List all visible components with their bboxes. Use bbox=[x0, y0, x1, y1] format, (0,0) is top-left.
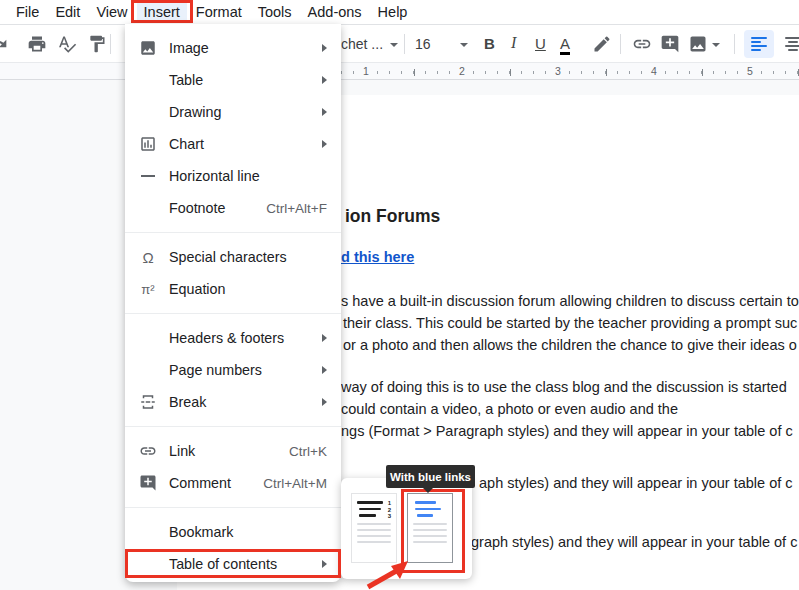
menu-item-label: Headers & footers bbox=[169, 330, 314, 346]
pi-icon: π² bbox=[138, 279, 158, 299]
page-break-icon bbox=[138, 392, 158, 412]
document-text-line: could contain a video, a photo or even a… bbox=[341, 401, 678, 417]
icon-spacer bbox=[138, 328, 158, 348]
menu-item-label: Break bbox=[169, 394, 314, 410]
icon-spacer bbox=[138, 522, 158, 542]
menu-help[interactable]: Help bbox=[371, 2, 415, 22]
align-center-icon bbox=[785, 37, 799, 51]
document-text-line: aph styles) and they will appear in your… bbox=[479, 475, 793, 491]
document-text-line: s have a built-in discussion forum allow… bbox=[341, 293, 799, 309]
text-color-button[interactable]: A bbox=[560, 36, 570, 55]
document-heading: ion Forums bbox=[345, 206, 440, 227]
italic-button[interactable]: I bbox=[511, 34, 516, 52]
insert-menu-item-special-characters[interactable]: Ω Special characters bbox=[125, 241, 341, 273]
menu-addons[interactable]: Add-ons bbox=[301, 2, 369, 22]
insert-menu-item-image[interactable]: Image bbox=[125, 32, 341, 64]
submenu-arrow-icon bbox=[322, 366, 327, 374]
menu-item-label: Bookmark bbox=[169, 524, 327, 540]
insert-menu-item-chart[interactable]: Chart bbox=[125, 128, 341, 160]
icon-spacer bbox=[138, 70, 158, 90]
ruler-number: 5 bbox=[743, 65, 757, 77]
insert-menu-item-horizontal-line[interactable]: Horizontal line bbox=[125, 160, 341, 192]
tooltip-with-blue-links: With blue links bbox=[386, 465, 475, 488]
menu-file[interactable]: File bbox=[9, 2, 46, 22]
ruler-mid-ticks bbox=[414, 69, 799, 76]
menu-insert-label: Insert bbox=[144, 4, 180, 20]
redo-icon[interactable] bbox=[0, 34, 8, 54]
document-text-line: graph styles) and they will appear in yo… bbox=[471, 534, 797, 550]
ruler-number: 4 bbox=[647, 65, 661, 77]
toc-option-with-page-numbers[interactable]: 123 bbox=[351, 493, 397, 563]
insert-menu-item-footnote[interactable]: Footnote Ctrl+Alt+F bbox=[125, 192, 341, 224]
align-left-button[interactable] bbox=[744, 30, 774, 58]
toc-page-numbers-glyph: 123 bbox=[388, 500, 391, 520]
document-text-line: ngs (Format > Paragraph styles) and they… bbox=[341, 423, 793, 439]
menu-item-label: Horizontal line bbox=[169, 168, 327, 184]
image-icon bbox=[138, 38, 158, 58]
submenu-arrow-icon bbox=[322, 398, 327, 406]
menu-item-label: Footnote bbox=[169, 200, 266, 216]
insert-menu-item-table[interactable]: Table bbox=[125, 64, 341, 96]
insert-menu-item-break[interactable]: Break bbox=[125, 386, 341, 418]
highlight-color-icon[interactable] bbox=[592, 34, 612, 54]
tooltip-caret bbox=[423, 488, 433, 493]
insert-link-icon[interactable] bbox=[632, 34, 652, 54]
annotation-arrow bbox=[362, 558, 414, 590]
font-family-select[interactable]: chet ... bbox=[341, 36, 391, 52]
insert-menu-item-bookmark[interactable]: Bookmark bbox=[125, 516, 341, 548]
insert-menu-item-table-of-contents[interactable]: Table of contents bbox=[125, 548, 341, 580]
insert-menu-item-equation[interactable]: π² Equation bbox=[125, 273, 341, 305]
insert-comment-icon[interactable] bbox=[660, 34, 680, 54]
insert-menu-item-comment[interactable]: Comment Ctrl+Alt+M bbox=[125, 467, 341, 499]
omega-icon: Ω bbox=[138, 247, 158, 267]
document-hyperlink[interactable]: d this here bbox=[341, 249, 414, 265]
submenu-arrow-icon bbox=[322, 334, 327, 342]
icon-spacer bbox=[138, 360, 158, 380]
ruler-number: 2 bbox=[455, 65, 469, 77]
menu-item-label: Comment bbox=[169, 475, 263, 491]
insert-menu-item-drawing[interactable]: Drawing bbox=[125, 96, 341, 128]
paint-format-icon[interactable] bbox=[87, 34, 107, 54]
icon-spacer bbox=[138, 198, 158, 218]
insert-image-icon[interactable] bbox=[688, 34, 708, 54]
menu-divider bbox=[125, 232, 341, 233]
horizontal-ruler: 1 2 3 4 5 bbox=[0, 62, 799, 80]
menu-item-shortcut: Ctrl+Alt+F bbox=[266, 201, 327, 216]
menu-view[interactable]: View bbox=[89, 2, 134, 22]
bold-button[interactable]: B bbox=[484, 35, 495, 52]
submenu-arrow-icon bbox=[322, 76, 327, 84]
menu-item-shortcut: Ctrl+Alt+M bbox=[263, 476, 327, 491]
insert-menu-item-link[interactable]: Link Ctrl+K bbox=[125, 435, 341, 467]
toolbar-divider bbox=[404, 34, 405, 54]
menu-insert[interactable]: Insert bbox=[137, 2, 187, 22]
icon-spacer bbox=[138, 102, 158, 122]
toolbar-divider bbox=[620, 34, 621, 54]
menu-divider bbox=[125, 313, 341, 314]
menu-item-label: Table bbox=[169, 72, 314, 88]
google-docs-window: { "menubar": { "items": ["File", "Edit",… bbox=[0, 0, 799, 590]
insert-image-dropdown-arrow[interactable] bbox=[712, 43, 720, 47]
menu-item-label: Drawing bbox=[169, 104, 314, 120]
toc-option-with-blue-links[interactable] bbox=[407, 493, 453, 563]
menu-divider bbox=[125, 426, 341, 427]
document-text-line: their class. This could be started by th… bbox=[343, 315, 797, 331]
font-size-dropdown-arrow[interactable] bbox=[460, 43, 468, 47]
menu-format[interactable]: Format bbox=[189, 2, 249, 22]
font-size-select[interactable]: 16 bbox=[415, 36, 431, 52]
spellcheck-icon[interactable] bbox=[57, 34, 77, 54]
font-family-dropdown-arrow[interactable] bbox=[390, 43, 398, 47]
insert-menu-dropdown: Image Table Drawing Chart Horizontal lin… bbox=[125, 24, 341, 582]
menu-divider bbox=[125, 507, 341, 508]
ruler-number: 1 bbox=[359, 65, 373, 77]
underline-button[interactable]: U bbox=[535, 35, 546, 52]
insert-menu-item-headers-footers[interactable]: Headers & footers bbox=[125, 322, 341, 354]
menu-tools[interactable]: Tools bbox=[251, 2, 299, 22]
toolbar-divider bbox=[734, 34, 735, 54]
submenu-arrow-icon bbox=[322, 560, 327, 568]
menu-edit[interactable]: Edit bbox=[48, 2, 87, 22]
print-icon[interactable] bbox=[27, 34, 47, 54]
insert-menu-item-page-numbers[interactable]: Page numbers bbox=[125, 354, 341, 386]
align-left-icon bbox=[751, 37, 767, 51]
align-center-button[interactable] bbox=[778, 30, 799, 58]
toolbar: chet ... 16 B I U A bbox=[0, 26, 799, 62]
